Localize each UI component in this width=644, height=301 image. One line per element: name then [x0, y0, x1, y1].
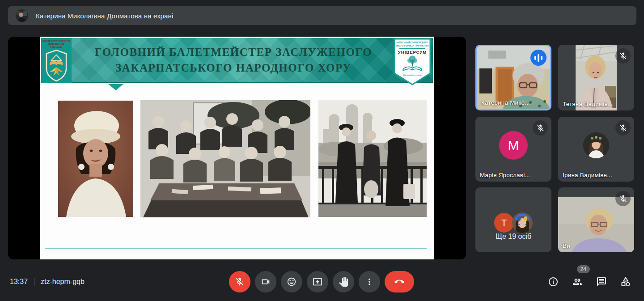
- more-options-icon: [364, 277, 374, 287]
- overflow-avatars: Т: [494, 212, 533, 233]
- reactions-button[interactable]: [281, 271, 302, 293]
- end-call-button[interactable]: [385, 271, 414, 293]
- badge-subtitle: Фаховий коледж: [403, 74, 422, 76]
- people-icon: [572, 276, 583, 287]
- present-screen-icon: [313, 277, 322, 287]
- present-button[interactable]: [307, 271, 328, 293]
- university-name-small: Київський університет імені Бориса Грінч…: [42, 39, 70, 49]
- mic-off-icon: [235, 277, 245, 287]
- tile-name-maria: Марія Ярославі...: [480, 172, 530, 178]
- meeting-details: 13:37 ztz-hepm-gqb: [10, 272, 85, 292]
- tile-iryna[interactable]: Ірина Вадимівн...: [558, 117, 634, 182]
- videocam-icon: [261, 277, 271, 287]
- slide-title-line2: ЗАКАРПАТСЬКОГО НАРОДНОГО ХОРУ: [78, 60, 389, 76]
- slide-photo-portrait: [58, 101, 133, 217]
- tile-self[interactable]: Ви: [558, 187, 634, 252]
- participant-count-badge: 24: [577, 265, 590, 273]
- people-button[interactable]: 24: [572, 276, 583, 287]
- tile-name-katerina: Катерина Мико...: [481, 99, 530, 106]
- tile-tetiana[interactable]: Тетяна Вадимів...: [558, 45, 634, 110]
- more-options-button[interactable]: [359, 271, 380, 293]
- mic-off-icon: [615, 120, 631, 136]
- meeting-panels: 24: [548, 271, 631, 293]
- tile-name-tetiana: Тетяна Вадимів...: [563, 101, 613, 107]
- presentation-stage[interactable]: Київський університет імені Бориса Грінч…: [8, 37, 466, 259]
- mic-off-icon: [533, 120, 548, 136]
- presenting-banner: Катерина Миколаївна Долматова на екрані: [8, 6, 636, 25]
- activities-icon: [620, 276, 631, 287]
- avatar-photo-overflow: [512, 212, 533, 233]
- audio-level-icon: [530, 50, 547, 66]
- avatar-letter-maria: М: [508, 138, 519, 153]
- badge-university-line1: КИЇВСЬКИЙ УНІВЕРСИТЕТ: [396, 41, 428, 44]
- mic-off-icon: [615, 48, 631, 64]
- clock-time: 13:37: [10, 278, 28, 286]
- slide-photo-group: [140, 100, 310, 217]
- mic-off-icon: [615, 191, 631, 206]
- info-icon: [548, 276, 559, 287]
- chat-button[interactable]: [596, 276, 607, 287]
- avatar-letter-t: Т: [494, 213, 514, 233]
- badge-tree-book-icon: [400, 55, 425, 73]
- raise-hand-button[interactable]: [333, 271, 354, 293]
- badge-divider: [399, 48, 425, 49]
- presenting-text: Катерина Миколаївна Долматова на екрані: [36, 12, 174, 20]
- avatar-iryna: [583, 132, 609, 158]
- raise-hand-icon: [339, 277, 348, 287]
- activities-button[interactable]: [620, 276, 631, 287]
- meeting-code: ztz-hepm-gqb: [41, 278, 85, 286]
- tile-katerina[interactable]: Катерина Мико...: [475, 45, 551, 110]
- overflow-count-label: Ще 19 осіб: [475, 233, 551, 241]
- slide-photo-bridge: [318, 100, 427, 217]
- camera-button[interactable]: [255, 271, 276, 293]
- footer-divider: [34, 278, 34, 286]
- badge-university-line2: ІМЕНІ БОРИСА ГРІНЧЕНКА: [396, 44, 428, 47]
- chat-icon: [596, 276, 607, 287]
- university-emblem: Київський університет імені Бориса Грінч…: [41, 38, 72, 83]
- slide-footer-rule: [45, 248, 427, 249]
- info-button[interactable]: [548, 276, 559, 287]
- avatar-maria: М: [499, 131, 528, 160]
- slide-header-notch: [108, 84, 123, 90]
- slide-title: ГОЛОВНИЙ БАЛЕТМЕЙСТЕР ЗАСЛУЖЕНОГО ЗАКАРП…: [78, 44, 389, 76]
- tile-maria[interactable]: М Марія Ярославі...: [475, 117, 551, 182]
- shared-slide: Київський університет імені Бориса Грінч…: [40, 37, 434, 259]
- emoji-reactions-icon: [287, 277, 297, 287]
- badge-title: УНІВЕРСУМ: [398, 50, 427, 55]
- tile-name-iryna: Ірина Вадимівн...: [563, 172, 612, 178]
- tile-overflow[interactable]: Т Ще 19 осіб: [475, 187, 551, 252]
- call-controls: [229, 271, 414, 293]
- presenter-avatar: [16, 9, 28, 22]
- end-call-icon: [394, 277, 404, 287]
- tile-name-self: Ви: [563, 242, 570, 249]
- mic-off-button[interactable]: [229, 271, 250, 293]
- university-shield-icon: [45, 49, 68, 82]
- college-badge: КИЇВСЬКИЙ УНІВЕРСИТЕТ ІМЕНІ БОРИСА ГРІНЧ…: [394, 38, 431, 85]
- slide-title-line1: ГОЛОВНИЙ БАЛЕТМЕЙСТЕР ЗАСЛУЖЕНОГО: [78, 44, 389, 60]
